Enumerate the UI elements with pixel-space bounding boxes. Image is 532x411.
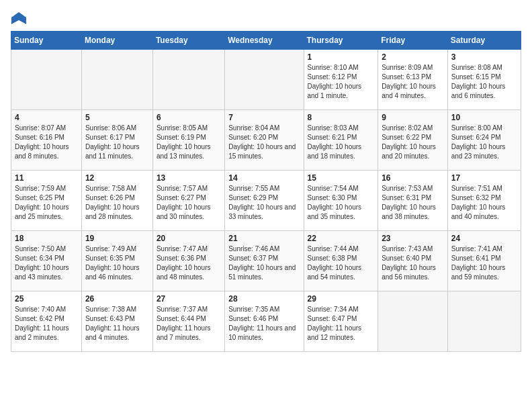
day-info: Sunrise: 8:10 AMSunset: 6:12 PMDaylight:… bbox=[308, 63, 375, 101]
day-info: Sunrise: 7:44 AMSunset: 6:38 PMDaylight:… bbox=[308, 244, 375, 282]
calendar-cell bbox=[225, 50, 304, 110]
day-info: Sunrise: 8:04 AMSunset: 6:20 PMDaylight:… bbox=[228, 124, 300, 161]
calendar-week-row: 11Sunrise: 7:59 AMSunset: 6:25 PMDayligh… bbox=[11, 171, 521, 231]
day-number: 19 bbox=[85, 234, 149, 243]
logo-bird-icon bbox=[11, 11, 26, 26]
day-info: Sunrise: 7:47 AMSunset: 6:36 PMDaylight:… bbox=[157, 244, 221, 282]
day-number: 7 bbox=[228, 113, 300, 122]
calendar-cell bbox=[378, 291, 448, 352]
day-number: 13 bbox=[157, 173, 221, 183]
calendar-cell: 29Sunrise: 7:34 AMSunset: 6:47 PMDayligh… bbox=[304, 291, 378, 352]
day-number: 18 bbox=[15, 234, 78, 243]
calendar-cell: 15Sunrise: 7:54 AMSunset: 6:30 PMDayligh… bbox=[304, 171, 378, 231]
calendar-week-row: 18Sunrise: 7:50 AMSunset: 6:34 PMDayligh… bbox=[11, 231, 521, 291]
day-info: Sunrise: 8:00 AMSunset: 6:24 PMDaylight:… bbox=[451, 124, 517, 161]
day-number: 1 bbox=[308, 52, 375, 62]
calendar-cell: 11Sunrise: 7:59 AMSunset: 6:25 PMDayligh… bbox=[11, 171, 82, 231]
calendar-header-row: SundayMondayTuesdayWednesdayThursdayFrid… bbox=[11, 32, 521, 50]
day-number: 21 bbox=[228, 234, 300, 243]
day-header-sunday: Sunday bbox=[11, 32, 82, 50]
calendar-week-row: 25Sunrise: 7:40 AMSunset: 6:42 PMDayligh… bbox=[11, 291, 521, 352]
day-header-saturday: Saturday bbox=[447, 32, 521, 50]
calendar-cell: 3Sunrise: 8:08 AMSunset: 6:15 PMDaylight… bbox=[447, 50, 521, 110]
day-info: Sunrise: 7:50 AMSunset: 6:34 PMDaylight:… bbox=[15, 244, 78, 282]
calendar-cell: 22Sunrise: 7:44 AMSunset: 6:38 PMDayligh… bbox=[304, 231, 378, 291]
day-info: Sunrise: 7:51 AMSunset: 6:32 PMDaylight:… bbox=[451, 184, 517, 222]
calendar-cell: 25Sunrise: 7:40 AMSunset: 6:42 PMDayligh… bbox=[11, 291, 82, 352]
day-info: Sunrise: 7:49 AMSunset: 6:35 PMDaylight:… bbox=[85, 244, 149, 282]
calendar-cell: 8Sunrise: 8:03 AMSunset: 6:21 PMDaylight… bbox=[304, 110, 378, 171]
day-header-wednesday: Wednesday bbox=[225, 32, 304, 50]
day-header-friday: Friday bbox=[378, 32, 448, 50]
day-number: 14 bbox=[228, 173, 300, 183]
day-number: 9 bbox=[382, 113, 444, 122]
day-info: Sunrise: 8:08 AMSunset: 6:15 PMDaylight:… bbox=[451, 63, 517, 101]
day-info: Sunrise: 7:43 AMSunset: 6:40 PMDaylight:… bbox=[382, 244, 444, 282]
day-number: 28 bbox=[228, 294, 300, 304]
calendar-cell: 17Sunrise: 7:51 AMSunset: 6:32 PMDayligh… bbox=[447, 171, 521, 231]
day-number: 27 bbox=[157, 294, 221, 304]
calendar-cell: 21Sunrise: 7:46 AMSunset: 6:37 PMDayligh… bbox=[225, 231, 304, 291]
day-info: Sunrise: 7:55 AMSunset: 6:29 PMDaylight:… bbox=[228, 184, 300, 222]
day-info: Sunrise: 7:37 AMSunset: 6:44 PMDaylight:… bbox=[157, 305, 221, 342]
day-info: Sunrise: 7:46 AMSunset: 6:37 PMDaylight:… bbox=[228, 244, 300, 282]
calendar-cell: 27Sunrise: 7:37 AMSunset: 6:44 PMDayligh… bbox=[152, 291, 224, 352]
day-number: 10 bbox=[451, 113, 517, 122]
calendar-cell: 23Sunrise: 7:43 AMSunset: 6:40 PMDayligh… bbox=[378, 231, 448, 291]
day-info: Sunrise: 7:35 AMSunset: 6:46 PMDaylight:… bbox=[228, 305, 300, 342]
day-number: 26 bbox=[85, 294, 149, 304]
calendar-cell: 4Sunrise: 8:07 AMSunset: 6:16 PMDaylight… bbox=[11, 110, 82, 171]
day-number: 16 bbox=[382, 173, 444, 183]
day-info: Sunrise: 7:58 AMSunset: 6:26 PMDaylight:… bbox=[85, 184, 149, 222]
day-number: 22 bbox=[308, 234, 375, 243]
calendar-cell: 16Sunrise: 7:53 AMSunset: 6:31 PMDayligh… bbox=[378, 171, 448, 231]
calendar-cell: 7Sunrise: 8:04 AMSunset: 6:20 PMDaylight… bbox=[225, 110, 304, 171]
calendar-cell: 26Sunrise: 7:38 AMSunset: 6:43 PMDayligh… bbox=[81, 291, 152, 352]
calendar-cell: 5Sunrise: 8:06 AMSunset: 6:17 PMDaylight… bbox=[81, 110, 152, 171]
calendar-table: SundayMondayTuesdayWednesdayThursdayFrid… bbox=[11, 31, 521, 352]
day-number: 23 bbox=[382, 234, 444, 243]
calendar-cell: 28Sunrise: 7:35 AMSunset: 6:46 PMDayligh… bbox=[225, 291, 304, 352]
day-info: Sunrise: 7:53 AMSunset: 6:31 PMDaylight:… bbox=[382, 184, 444, 222]
calendar-cell: 14Sunrise: 7:55 AMSunset: 6:29 PMDayligh… bbox=[225, 171, 304, 231]
day-info: Sunrise: 8:03 AMSunset: 6:21 PMDaylight:… bbox=[308, 124, 375, 161]
day-header-thursday: Thursday bbox=[304, 32, 378, 50]
calendar-cell: 12Sunrise: 7:58 AMSunset: 6:26 PMDayligh… bbox=[81, 171, 152, 231]
day-info: Sunrise: 8:09 AMSunset: 6:13 PMDaylight:… bbox=[382, 63, 444, 101]
day-number: 17 bbox=[451, 173, 517, 183]
day-number: 25 bbox=[15, 294, 78, 304]
day-number: 5 bbox=[85, 113, 149, 122]
day-info: Sunrise: 8:07 AMSunset: 6:16 PMDaylight:… bbox=[15, 124, 78, 161]
logo bbox=[11, 11, 27, 23]
calendar-cell: 19Sunrise: 7:49 AMSunset: 6:35 PMDayligh… bbox=[81, 231, 152, 291]
calendar-cell: 18Sunrise: 7:50 AMSunset: 6:34 PMDayligh… bbox=[11, 231, 82, 291]
day-info: Sunrise: 7:38 AMSunset: 6:43 PMDaylight:… bbox=[85, 305, 149, 342]
day-info: Sunrise: 7:40 AMSunset: 6:42 PMDaylight:… bbox=[15, 305, 78, 342]
calendar-week-row: 4Sunrise: 8:07 AMSunset: 6:16 PMDaylight… bbox=[11, 110, 521, 171]
day-info: Sunrise: 7:34 AMSunset: 6:47 PMDaylight:… bbox=[308, 305, 375, 342]
calendar-cell: 2Sunrise: 8:09 AMSunset: 6:13 PMDaylight… bbox=[378, 50, 448, 110]
calendar-cell: 13Sunrise: 7:57 AMSunset: 6:27 PMDayligh… bbox=[152, 171, 224, 231]
day-info: Sunrise: 8:05 AMSunset: 6:19 PMDaylight:… bbox=[157, 124, 221, 161]
calendar-cell bbox=[81, 50, 152, 110]
day-number: 8 bbox=[308, 113, 375, 122]
day-number: 24 bbox=[451, 234, 517, 243]
calendar-cell bbox=[11, 50, 82, 110]
day-header-tuesday: Tuesday bbox=[152, 32, 224, 50]
day-number: 29 bbox=[308, 294, 375, 304]
day-info: Sunrise: 7:54 AMSunset: 6:30 PMDaylight:… bbox=[308, 184, 375, 222]
day-info: Sunrise: 7:41 AMSunset: 6:41 PMDaylight:… bbox=[451, 244, 517, 282]
calendar-cell: 6Sunrise: 8:05 AMSunset: 6:19 PMDaylight… bbox=[152, 110, 224, 171]
day-number: 6 bbox=[157, 113, 221, 122]
calendar-cell bbox=[447, 291, 521, 352]
calendar-cell bbox=[152, 50, 224, 110]
day-number: 12 bbox=[85, 173, 149, 183]
svg-marker-0 bbox=[11, 12, 26, 24]
calendar-cell: 24Sunrise: 7:41 AMSunset: 6:41 PMDayligh… bbox=[447, 231, 521, 291]
page-header bbox=[11, 11, 521, 23]
day-number: 4 bbox=[15, 113, 78, 122]
day-info: Sunrise: 7:57 AMSunset: 6:27 PMDaylight:… bbox=[157, 184, 221, 222]
calendar-cell: 9Sunrise: 8:02 AMSunset: 6:22 PMDaylight… bbox=[378, 110, 448, 171]
day-number: 20 bbox=[157, 234, 221, 243]
day-number: 3 bbox=[451, 52, 517, 62]
